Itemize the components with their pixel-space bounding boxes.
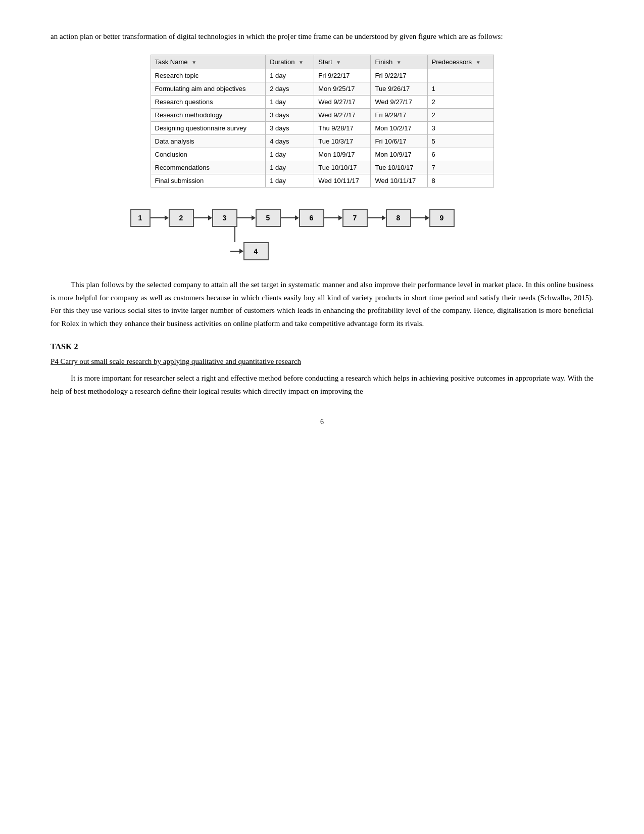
arrow-3-5 xyxy=(237,215,256,220)
intro-paragraph: an action plan or better transformation … xyxy=(51,30,593,42)
sort-arrow-finish: ▼ xyxy=(397,60,402,65)
table-row: Designing questionnaire survey3 daysThu … xyxy=(151,122,493,135)
network-node-9: 9 xyxy=(429,209,455,227)
col-header-duration: Duration ▼ xyxy=(266,55,314,69)
arrow-8-9 xyxy=(411,215,429,220)
cell-finish: Wed 9/27/17 xyxy=(371,96,427,109)
cell-task: Research topic xyxy=(151,69,266,82)
cell-finish: Tue 10/10/17 xyxy=(371,161,427,174)
table-row: Recommendations1 dayTue 10/10/17Tue 10/1… xyxy=(151,161,493,174)
task2-heading: TASK 2 xyxy=(51,342,593,351)
arrow-5-6 xyxy=(281,215,299,220)
cell-pred: 7 xyxy=(427,161,493,174)
table-row: Research methodology3 daysWed 9/27/17Fri… xyxy=(151,109,493,122)
cell-pred: 8 xyxy=(427,174,493,188)
col-header-finish: Finish ▼ xyxy=(371,55,427,69)
cell-pred: 6 xyxy=(427,148,493,161)
network-node-6: 6 xyxy=(299,209,324,227)
cell-start: Wed 9/27/17 xyxy=(314,96,371,109)
body-paragraph: This plan follows by the selected compan… xyxy=(51,279,593,330)
cell-finish: Tue 9/26/17 xyxy=(371,82,427,96)
cell-task: Designing questionnaire survey xyxy=(151,122,266,135)
cell-finish: Fri 10/6/17 xyxy=(371,135,427,148)
cell-pred xyxy=(427,69,493,82)
arrow-6-7 xyxy=(324,215,342,220)
table-row: Formulating aim and objectives2 daysMon … xyxy=(151,82,493,96)
cell-duration: 3 days xyxy=(266,122,314,135)
cell-finish: Fri 9/29/17 xyxy=(371,109,427,122)
arrow-1-2 xyxy=(151,215,169,220)
cell-start: Tue 10/10/17 xyxy=(314,161,371,174)
cell-start: Mon 10/9/17 xyxy=(314,148,371,161)
gantt-table: Task Name ▼ Duration ▼ Start ▼ Finish ▼ … xyxy=(151,55,494,188)
network-node-4: 4 xyxy=(243,242,269,260)
cell-start: Fri 9/22/17 xyxy=(314,69,371,82)
col-header-task: Task Name ▼ xyxy=(151,55,266,69)
cell-finish: Fri 9/22/17 xyxy=(371,69,427,82)
table-row: Conclusion1 dayMon 10/9/17Mon 10/9/176 xyxy=(151,148,493,161)
table-row: Research questions1 dayWed 9/27/17Wed 9/… xyxy=(151,96,493,109)
task2-paragraph: It is more important for researcher sele… xyxy=(51,372,593,398)
branch-arrow-to-4: 4 xyxy=(230,242,269,260)
cell-task: Data analysis xyxy=(151,135,266,148)
page-number: 6 xyxy=(51,418,593,426)
cell-duration: 1 day xyxy=(266,161,314,174)
cell-duration: 1 day xyxy=(266,69,314,82)
cell-duration: 1 day xyxy=(266,96,314,109)
cell-duration: 1 day xyxy=(266,148,314,161)
network-node-3: 3 xyxy=(212,209,237,227)
table-row: Final submission1 dayWed 10/11/17Wed 10/… xyxy=(151,174,493,188)
table-row: Data analysis4 daysTue 10/3/17Fri 10/6/1… xyxy=(151,135,493,148)
cell-task: Research questions xyxy=(151,96,266,109)
cell-start: Wed 10/11/17 xyxy=(314,174,371,188)
cell-start: Thu 9/28/17 xyxy=(314,122,371,135)
cell-task: Formulating aim and objectives xyxy=(151,82,266,96)
cell-duration: 3 days xyxy=(266,109,314,122)
sort-arrow-duration: ▼ xyxy=(299,60,304,65)
cell-start: Tue 10/3/17 xyxy=(314,135,371,148)
cell-task: Recommendations xyxy=(151,161,266,174)
col-header-start: Start ▼ xyxy=(314,55,371,69)
network-node-2: 2 xyxy=(169,209,194,227)
sort-arrow-pred: ▼ xyxy=(476,60,481,65)
network-diagram: 1 2 3 5 6 xyxy=(130,203,514,263)
cell-pred: 2 xyxy=(427,96,493,109)
cell-task: Research methodology xyxy=(151,109,266,122)
cell-finish: Wed 10/11/17 xyxy=(371,174,427,188)
network-node-8: 8 xyxy=(386,209,411,227)
cell-start: Wed 9/27/17 xyxy=(314,109,371,122)
network-node-5: 5 xyxy=(256,209,281,227)
cell-pred: 3 xyxy=(427,122,493,135)
cell-start: Mon 9/25/17 xyxy=(314,82,371,96)
network-top-row: 1 2 3 5 6 xyxy=(130,209,514,227)
cell-duration: 1 day xyxy=(266,174,314,188)
cell-pred: 2 xyxy=(427,109,493,122)
col-header-pred: Predecessors ▼ xyxy=(427,55,493,69)
network-node-1: 1 xyxy=(130,209,151,227)
task2-subheading: P4 Carry out small scale research by app… xyxy=(51,357,593,366)
sort-arrow-task: ▼ xyxy=(191,60,196,65)
arrow-2-3 xyxy=(194,215,212,220)
cell-task: Final submission xyxy=(151,174,266,188)
cell-pred: 5 xyxy=(427,135,493,148)
cell-duration: 2 days xyxy=(266,82,314,96)
cell-duration: 4 days xyxy=(266,135,314,148)
gantt-table-wrapper: Task Name ▼ Duration ▼ Start ▼ Finish ▼ … xyxy=(151,55,494,188)
network-node-7: 7 xyxy=(342,209,368,227)
cell-finish: Mon 10/9/17 xyxy=(371,148,427,161)
table-row: Research topic1 dayFri 9/22/17Fri 9/22/1… xyxy=(151,69,493,82)
cell-pred: 1 xyxy=(427,82,493,96)
sort-arrow-start: ▼ xyxy=(336,60,341,65)
network-branch-vertical: 4 xyxy=(230,227,269,260)
cell-task: Conclusion xyxy=(151,148,266,161)
arrow-7-8 xyxy=(368,215,386,220)
cell-finish: Mon 10/2/17 xyxy=(371,122,427,135)
